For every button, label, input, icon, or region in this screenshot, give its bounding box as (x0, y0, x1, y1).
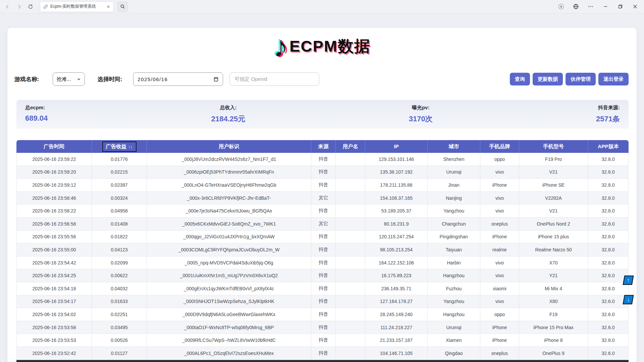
ad-revenue-cell: 0.01408 (92, 218, 147, 231)
ad-revenue-cell: 0.02099 (92, 256, 147, 269)
city-cell: Shenzhen (428, 153, 480, 166)
calendar-icon[interactable] (213, 76, 219, 82)
table-row: 2025-06-16 23:54:170.01633_000ISNHJOT1Sw… (16, 295, 629, 308)
arrow-down-icon: ↓ (627, 297, 630, 302)
user-id-cell: _0001UuiKmXNr1mS_mUg7PzVm0X6vX1oQ2 (147, 269, 311, 282)
table-row: 2025-06-16 23:56:580.01408_0005x6CKxMdvv… (16, 218, 629, 231)
forward-icon[interactable] (16, 4, 22, 10)
openid-input[interactable]: 可指定 Openid (229, 72, 319, 86)
source-cell: 抖音 (311, 321, 336, 334)
ip-cell: 21.233.157.187 (365, 334, 428, 347)
ip-cell: 135.38.107.192 (365, 166, 428, 179)
city-cell: Hangzhou (428, 269, 480, 282)
ad-revenue-cell: 0.00622 (92, 269, 147, 282)
table-row: 2025-06-16 23:53:530.00526_0009RfLCSu7Wp… (16, 334, 629, 347)
source-cell: 其它 (311, 218, 336, 231)
stat-value: 2571条 (596, 114, 620, 124)
stat-total-income: 总收入: 2184.25元 (211, 105, 246, 124)
column-header-username: 用户名 (336, 140, 365, 153)
app-version-cell: 32.8.0 (588, 204, 629, 218)
phone-model-cell: V21 (519, 166, 588, 179)
scroll-to-bottom-button[interactable]: ↓ (623, 295, 634, 304)
ad-revenue-cell: 0.01776 (92, 153, 147, 166)
browser-tab[interactable]: Ecpm-实时数据管理系统 (40, 2, 113, 12)
source-cell: 抖音 (311, 243, 336, 256)
window-close-icon[interactable] (632, 4, 638, 10)
back-icon[interactable] (5, 4, 11, 10)
stat-label: 抖音来源: (596, 105, 620, 111)
revenue-sort-button[interactable]: 广告收益↑↓ (102, 141, 137, 152)
source-cell: 抖音 (311, 204, 336, 218)
column-header-ad-revenue[interactable]: 广告收益↑↓ (92, 140, 147, 153)
username-cell (336, 308, 365, 321)
ip-cell: 53.189.205.37 (365, 204, 428, 218)
user-id-cell: _000gEnXs1qyJWKmTdfEB0vVl_pX8ylX4c (147, 282, 311, 295)
phone-brand-cell: oneplus (480, 218, 519, 231)
ip-cell: 178.211.135.88 (365, 179, 428, 192)
ad-revenue-cell: 0.02397 (92, 179, 147, 192)
app-version-cell: 32.8.0 (588, 218, 629, 231)
ip-cell: 28.245.149.240 (365, 308, 428, 321)
phone-model-cell: Y21 (519, 269, 588, 282)
phone-brand-cell: oppo (480, 153, 519, 166)
date-input[interactable]: 2025/06/16 (133, 72, 223, 86)
table-row: 2025-06-16 23:52:420.01127_000AL6Pc1_O5z… (16, 347, 629, 360)
source-cell: 抖音 (311, 295, 336, 308)
arrow-up-icon: ↑ (627, 278, 630, 283)
user-id-cell: _000LnO4-GTeHXraaVSEOjnyH6Fhmw2qGb (147, 179, 311, 192)
column-header-city: 城市 (428, 140, 480, 153)
phone-brand-cell: vivo (480, 192, 519, 205)
download-icon[interactable] (558, 4, 564, 10)
table-row: 2025-06-16 23:58:220.04958_000e7je3sNa47… (16, 204, 629, 218)
table-row: 2025-06-16 23:54:180.04032_000gEnXs1qyJW… (16, 282, 629, 295)
ip-cell: 154.108.37.165 (365, 192, 428, 205)
city-cell: Urumqi (428, 321, 480, 334)
phone-brand-cell: oppo (480, 308, 519, 321)
username-cell (336, 295, 365, 308)
phone-model-cell: X70 (519, 256, 588, 269)
ip-cell: 111.24.218.227 (365, 321, 428, 334)
ad-time-cell: 2025-06-16 23:59:12 (16, 179, 92, 192)
ad-revenue-cell: 0.04958 (92, 204, 147, 218)
app-version-cell: 32.6.0 (588, 321, 629, 334)
table-row: 2025-06-16 23:55:000.04123_0003COMLgC9RY… (16, 243, 629, 256)
logout-button[interactable]: 退出登录 (598, 73, 629, 85)
ip-cell: 98.105.213.254 (365, 243, 428, 256)
restore-icon[interactable] (617, 4, 623, 10)
source-cell: 抖音 (311, 256, 336, 269)
more-menu-icon[interactable] (588, 4, 594, 10)
ad-time-cell: 2025-06-16 23:59:20 (16, 166, 92, 179)
ad-revenue-cell: 0.03495 (92, 321, 147, 334)
phone-brand-cell: vivo (480, 166, 519, 179)
partner-manage-button[interactable]: 伙伴管理 (566, 73, 596, 85)
reload-icon[interactable] (28, 4, 34, 10)
ad-time-cell: 2025-06-16 23:53:53 (16, 334, 92, 347)
app-version-cell: 32.6.0 (588, 269, 629, 282)
scroll-to-top-button[interactable]: ↑ (623, 276, 634, 285)
minimize-icon[interactable] (602, 4, 608, 10)
phone-model-cell: OnePlus Nord 2 (519, 218, 588, 231)
ad-revenue-cell: 0.01127 (92, 347, 147, 360)
app-title: ECPM数据 (289, 36, 371, 57)
search-button[interactable] (117, 2, 127, 12)
username-cell (336, 179, 365, 192)
tab-close-icon[interactable] (106, 5, 110, 9)
chevron-down-icon (77, 77, 81, 81)
globe-icon[interactable] (573, 4, 579, 10)
app-version-cell: 32.8.0 (588, 243, 629, 256)
table-row: 2025-06-16 23:59:120.02397_000LnO4-GTeHX… (16, 179, 629, 192)
refresh-data-button[interactable]: 更新数据 (533, 73, 563, 85)
city-cell: Urumqi (428, 166, 480, 179)
stat-total-ecpm: 总ecpm: 689.04 (25, 105, 48, 124)
user-id-cell: _0005_npq-MVD5VCPdal4SduXib5jq-O6g (147, 256, 311, 269)
user-id-cell: _000jJ8VUm2dczRVW44S2s6z7_Nm1F7_d1 (147, 153, 311, 166)
source-cell: 抖音 (311, 334, 336, 347)
column-header-app-version: APP版本 (588, 140, 629, 153)
ad-time-cell: 2025-06-16 23:54:18 (16, 282, 92, 295)
source-cell: 抖音 (311, 153, 336, 166)
user-id-cell: _000AL6Pc1_O5zqElvI72szsEoesXHuMex (147, 347, 311, 360)
query-button[interactable]: 查询 (510, 73, 530, 85)
ad-time-cell: 2025-06-16 23:54:42 (16, 256, 92, 269)
game-name-label: 游戏名称: (14, 75, 39, 83)
game-select[interactable]: 抢滩... (53, 72, 85, 86)
